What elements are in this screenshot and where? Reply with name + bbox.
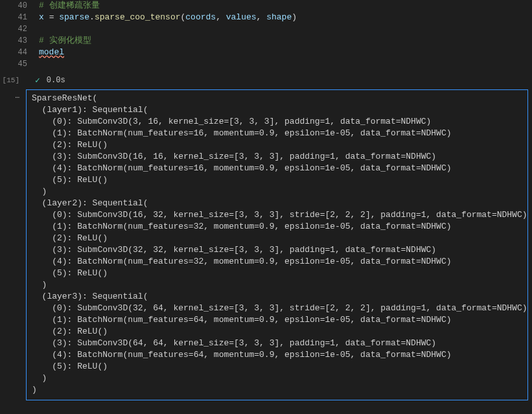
execution-timing: 0.0s — [47, 76, 65, 85]
code-content[interactable]: x = sparse.sparse_coo_tensor(coords, val… — [39, 12, 297, 23]
output-collapse-ellipsis[interactable]: … — [0, 89, 26, 400]
code-line[interactable]: 42 — [0, 23, 532, 35]
code-line[interactable]: 44model — [0, 47, 532, 58]
code-editor[interactable]: 40# 创建稀疏张量41x = sparse.sparse_coo_tensor… — [0, 0, 532, 73]
code-line[interactable]: 40# 创建稀疏张量 — [0, 0, 532, 12]
code-content[interactable]: # 实例化模型 — [39, 35, 91, 47]
code-content[interactable]: model — [39, 47, 64, 58]
line-number: 43 — [0, 35, 39, 47]
line-number: 45 — [0, 58, 39, 70]
code-line[interactable]: 45 — [0, 58, 532, 70]
success-check-icon: ✓ — [35, 75, 40, 86]
line-number: 40 — [0, 0, 39, 12]
execution-status-row: [15] ✓ 0.0s — [0, 73, 532, 89]
cell-execution-label: [15] — [0, 76, 26, 84]
output-container: … SparseResNet( (layer1): Sequential( (0… — [0, 89, 532, 400]
cell-output[interactable]: SparseResNet( (layer1): Sequential( (0):… — [26, 89, 528, 400]
code-line[interactable]: 43# 实例化模型 — [0, 35, 532, 47]
line-number: 44 — [0, 47, 39, 58]
line-number: 42 — [0, 23, 39, 35]
code-content[interactable]: # 创建稀疏张量 — [39, 0, 100, 12]
line-number: 41 — [0, 12, 39, 23]
code-line[interactable]: 41x = sparse.sparse_coo_tensor(coords, v… — [0, 12, 532, 23]
